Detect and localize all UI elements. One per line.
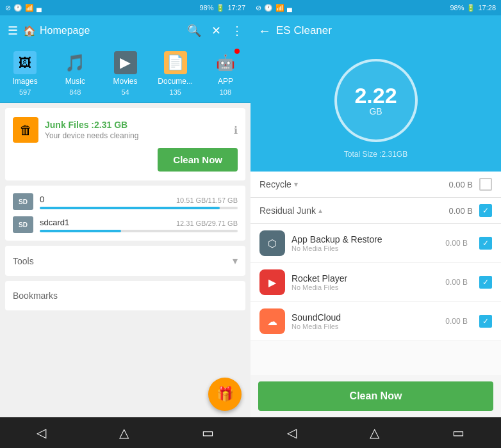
bookmarks-card[interactable]: Bookmarks <box>5 281 245 310</box>
residual-size: 0.00 B <box>448 206 473 216</box>
recycle-header[interactable]: Recycle ▾ 0.00 B <box>250 172 501 198</box>
storage-bar-fill-0 <box>40 207 220 209</box>
category-music[interactable]: 🎵 Music 848 <box>50 51 100 96</box>
info-icon[interactable]: ℹ <box>234 124 238 136</box>
app-soundcloud-sub: No Media Files <box>292 323 439 330</box>
app-rocket-info: Rocket Player No Media Files <box>292 273 439 291</box>
music-icon: 🎵 <box>63 51 86 74</box>
r-notification-icon: ⊘ <box>256 4 261 12</box>
wifi-icon: 📶 <box>25 4 34 12</box>
r-home-nav-icon[interactable]: △ <box>370 425 379 440</box>
category-bar: 🖼 Images 597 🎵 Music 848 ▶ Movies 54 📄 D… <box>0 46 250 103</box>
r-battery-pct: 98% <box>450 4 464 12</box>
overflow-icon[interactable]: ⋮ <box>231 24 243 38</box>
recycle-label: Recycle ▾ <box>259 179 448 189</box>
app-soundcloud-name: SoundCloud <box>292 312 439 323</box>
signal-icon: ▄ <box>37 4 42 12</box>
hamburger-icon[interactable]: ☰ <box>8 24 18 38</box>
back-button[interactable]: ← <box>258 24 271 38</box>
left-status-left: ⊘ 🕐 📶 ▄ <box>5 4 42 12</box>
category-movies[interactable]: ▶ Movies 54 <box>100 51 150 96</box>
search-icon[interactable]: 🔍 <box>187 24 201 38</box>
app-rocket-checkbox[interactable]: ✓ <box>479 276 492 289</box>
junk-card: 🗑 Junk Files :2.31 GB Your device needs … <box>5 108 245 180</box>
category-app[interactable]: 🤖 APP 108 <box>201 51 250 96</box>
storage-item-0: SD 0 10.51 GB/11.57 GB <box>13 193 238 210</box>
left-top-title: 🏠 Homepage <box>23 25 182 37</box>
storage-bar-bg-1 <box>40 230 238 232</box>
app-soundcloud-size: 0.00 B <box>445 317 468 326</box>
r-clock-icon: 🕐 <box>264 4 273 12</box>
left-content: 🗑 Junk Files :2.31 GB Your device needs … <box>0 103 250 417</box>
r-recent-nav-icon[interactable]: ▭ <box>452 425 464 440</box>
category-images[interactable]: 🖼 Images 597 <box>0 51 50 96</box>
bookmarks-label: Bookmarks <box>13 291 58 301</box>
app-rocket-name: Rocket Player <box>292 273 439 284</box>
clean-btn-row: Clean Now <box>13 148 238 172</box>
app-backup-info: App Backup & Restore No Media Files <box>292 234 439 252</box>
recycle-checkbox[interactable] <box>479 178 492 191</box>
app-rocket-size: 0.00 B <box>445 278 468 287</box>
tools-label: Tools <box>13 256 34 266</box>
app-backup-name: App Backup & Restore <box>292 234 439 244</box>
storage-bar-fill-1 <box>40 230 121 232</box>
right-title: ES Cleaner <box>276 24 332 37</box>
recent-nav-icon[interactable]: ▭ <box>202 425 214 440</box>
residual-header[interactable]: Residual Junk ▴ 0.00 B ✓ <box>250 198 501 224</box>
home-nav-icon[interactable]: △ <box>119 425 129 440</box>
trash-icon: 🗑 <box>13 117 38 143</box>
right-clean-btn-row: Clean Now <box>250 375 501 417</box>
r-signal-icon: ▄ <box>287 4 292 12</box>
left-panel: ⊘ 🕐 📶 ▄ 98% 🔋 17:27 ☰ 🏠 Homepage 🔍 ✕ ⋮ 🖼… <box>0 0 250 448</box>
battery-icon: 🔋 <box>216 4 225 12</box>
app-rocket-sub: No Media Files <box>292 284 439 291</box>
hero-size-unit: GB <box>369 106 382 116</box>
r-battery-icon: 🔋 <box>466 4 475 12</box>
right-clean-now-button[interactable]: Clean Now <box>258 381 493 411</box>
storage-item-1: SD sdcard1 12.31 GB/29.71 GB <box>13 216 238 233</box>
images-icon: 🖼 <box>13 51 37 74</box>
app-backup-size: 0.00 B <box>445 239 468 248</box>
clock-icon: 🕐 <box>13 4 22 12</box>
category-docs[interactable]: 📄 Docume... 135 <box>151 51 201 96</box>
app-soundcloud-info: SoundCloud No Media Files <box>292 312 439 330</box>
junk-title: Junk Files :2.31 GB <box>45 120 227 130</box>
back-nav-icon[interactable]: ◁ <box>37 425 46 440</box>
close-icon[interactable]: ✕ <box>211 24 221 38</box>
r-wifi-icon: 📶 <box>275 4 284 12</box>
hero-size-number: 2.22 <box>354 84 397 106</box>
right-panel: ⊘ 🕐 📶 ▄ 98% 🔋 17:28 ← ES Cleaner 2.22 GB… <box>250 0 501 448</box>
app-backup-checkbox[interactable]: ✓ <box>479 237 492 250</box>
app-soundcloud-checkbox[interactable]: ✓ <box>479 315 492 328</box>
left-status-right: 98% 🔋 17:27 <box>199 4 245 12</box>
sd-icon-0: SD <box>13 193 33 210</box>
right-status-right: 98% 🔋 17:28 <box>450 4 496 12</box>
junk-subtitle: Your device needs cleaning <box>45 131 227 140</box>
clean-now-button[interactable]: Clean Now <box>158 148 238 172</box>
storage-card: SD 0 10.51 GB/11.57 GB SD sdcard1 1 <box>5 186 245 241</box>
app-rocket-icon: ▶ <box>259 269 285 295</box>
app-backup-icon: ⬡ <box>259 230 285 256</box>
residual-checkbox[interactable]: ✓ <box>479 204 492 217</box>
left-status-bar: ⊘ 🕐 📶 ▄ 98% 🔋 17:27 <box>0 0 250 15</box>
storage-bar-bg-0 <box>40 207 238 209</box>
left-top-bar: ☰ 🏠 Homepage 🔍 ✕ ⋮ <box>0 15 250 46</box>
right-status-bar: ⊘ 🕐 📶 ▄ 98% 🔋 17:28 <box>250 0 501 15</box>
recycle-arrow: ▾ <box>294 180 298 189</box>
tools-card[interactable]: Tools ▾ <box>5 246 245 276</box>
app-item-soundcloud: ☁ SoundCloud No Media Files 0.00 B ✓ <box>250 302 501 341</box>
cleaner-list: Recycle ▾ 0.00 B Residual Junk ▴ 0.00 B … <box>250 172 501 375</box>
app-item-rocket: ▶ Rocket Player No Media Files 0.00 B ✓ <box>250 263 501 302</box>
right-nav-bar: ◁ △ ▭ <box>250 417 501 448</box>
junk-text: Junk Files :2.31 GB Your device needs cl… <box>45 120 227 140</box>
chevron-down-icon: ▾ <box>233 255 238 267</box>
left-nav-bar: ◁ △ ▭ <box>0 417 250 448</box>
home-icon: 🏠 <box>23 25 36 37</box>
r-back-nav-icon[interactable]: ◁ <box>287 425 297 440</box>
fab-gift-button[interactable]: 🎁 <box>208 378 242 411</box>
app-soundcloud-icon: ☁ <box>259 308 285 334</box>
notification-icon: ⊘ <box>5 4 11 12</box>
top-bar-actions: 🔍 ✕ ⋮ <box>187 24 243 38</box>
residual-arrow: ▴ <box>318 206 322 215</box>
residual-label: Residual Junk ▴ <box>259 205 448 216</box>
